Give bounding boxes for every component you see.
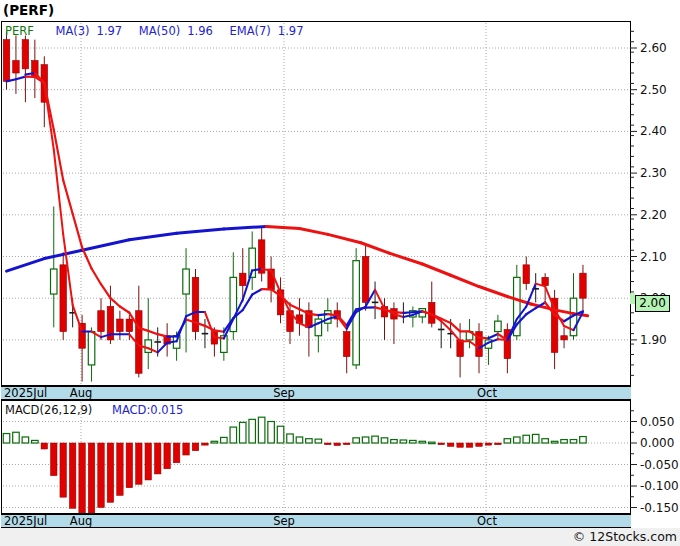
macd-bar-negative [192,443,199,451]
candle [192,269,199,340]
macd-bar-positive [306,439,313,443]
candle [60,252,66,340]
ma50-line [129,233,176,240]
candle [306,302,313,356]
macd-bar-positive [523,435,530,443]
month-label-oct: Oct [477,387,497,400]
candle [88,327,95,381]
candle [183,248,190,352]
macd-bar-negative [183,443,190,455]
axis-label: -0.150 [640,501,679,515]
ma3-line [451,330,460,341]
ma50-line [266,226,299,228]
month-label-sep: Sep [273,515,295,528]
candle [22,35,29,102]
macd-bar-positive [268,422,275,444]
candle-body-down [580,273,587,298]
axis-label: -0.050 [640,458,679,472]
macd-bar-negative [466,443,473,447]
price-chart-canvas [2,22,630,385]
legend-symbol: PERF [5,24,34,38]
date-axis-macd: 2025Jul Aug Sep Oct [1,514,631,528]
macd-value-label: MACD:0.015 [112,403,183,417]
candle [51,206,58,327]
macd-bar-negative [154,443,161,474]
axis-label: 2.30 [640,166,667,180]
ema7-line [92,268,101,284]
macd-bar-negative [126,443,133,488]
candle [523,257,530,290]
candle-body-down [343,332,350,357]
macd-bar-positive [514,437,521,443]
candle [277,277,284,323]
macd-bar-positive [419,441,426,443]
macd-bar-negative [136,443,143,484]
macd-bar-positive [542,439,549,443]
ema7-line [101,284,110,298]
macd-bar-negative [173,443,180,463]
page-title: (PERF) [3,2,54,18]
ma50-line [328,234,361,242]
macd-bar-positive [372,436,379,443]
ema7-line [403,312,412,313]
candle [202,319,209,348]
month-label-oct: Oct [477,515,497,528]
macd-bar-negative [60,443,66,497]
last-price-box: 2.00 [635,295,670,312]
axis-label: 0.000 [640,436,674,450]
stock-chart-app: (PERF) PERF MA(3)1.97 MA(50)1.96 EMA(7)1… [0,0,680,546]
ma50-line [7,259,45,272]
ma3-line [375,290,384,309]
macd-bar-negative [202,443,209,445]
macd-canvas [2,401,630,513]
ma50-line [389,253,422,264]
macd-bar-positive [296,437,303,443]
macd-bar-positive [381,438,388,443]
macd-bar-positive [240,422,247,443]
candle [372,282,379,320]
candle-body-up [51,269,58,294]
candle [429,282,436,328]
macd-bar-positive [221,437,228,443]
macd-bar-positive [3,434,10,443]
macd-bar-negative [51,443,58,476]
axis-label: 2.20 [640,208,667,222]
ma3-line [214,337,223,338]
macd-bar-negative [325,443,332,445]
axis-label: -0.100 [640,479,679,493]
indicator-legend: PERF MA(3)1.97 MA(50)1.96 EMA(7)1.97 [5,24,316,38]
candle [296,298,303,336]
candle-body-down [3,40,10,82]
ema7-line [252,289,261,294]
candle [410,307,417,328]
ma3-line [44,83,53,150]
ema7-line [451,323,460,331]
candle-body-down [126,319,133,332]
copyright-watermark: © 12Stocks.com [573,529,677,544]
candle-body-down [362,257,369,303]
candle [230,252,237,340]
macd-bar-positive [532,434,539,443]
ema7-line [214,330,223,331]
macd-params-label: MACD(26,12,9) [5,403,92,417]
macd-legend: MACD(26,12,9) MACD:0.015 [5,403,183,417]
macd-bar-positive [230,427,237,443]
right-axis: 2.602.502.402.302.202.102.001.900.0500.0… [630,21,680,521]
ma3-line [167,341,176,342]
candle [145,298,152,369]
candle [343,327,350,373]
macd-bar-positive [249,419,256,443]
ema7-line [526,308,535,314]
month-label-aug: Aug [70,387,92,400]
macd-bar-positive [211,441,218,443]
legend-ma50: MA(50)1.96 [139,24,213,38]
candle [580,265,587,311]
ma50-line [177,229,224,233]
ema7-line [63,180,72,214]
candle [504,323,511,373]
ma50-line [299,229,327,235]
ma50-line [224,226,267,229]
axis-label: 2.40 [640,124,667,138]
candle-body-up [325,311,332,324]
macd-bar-positive [561,440,568,443]
